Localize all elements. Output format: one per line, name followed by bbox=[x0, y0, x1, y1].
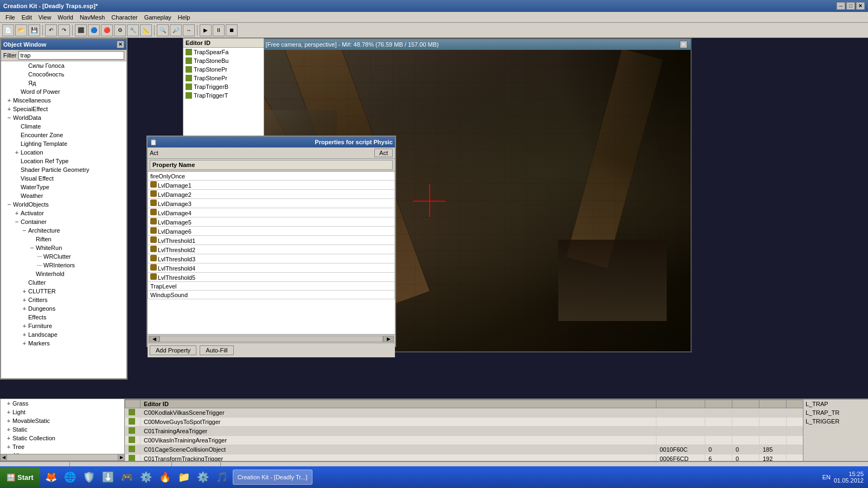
tree-item-critters[interactable]: Critters bbox=[1, 296, 126, 304]
taskbar-app-ie[interactable]: 🌐 bbox=[61, 468, 79, 486]
taskbar-app-shield[interactable]: 🛡️ bbox=[80, 468, 98, 486]
tree-item-markers[interactable]: Markers bbox=[1, 339, 126, 348]
toolbar-btn13[interactable]: ⏸ bbox=[213, 24, 225, 36]
toolbar-save[interactable]: 💾 bbox=[28, 24, 40, 36]
right-list-item-trigger[interactable]: L_TRIGGER bbox=[803, 417, 868, 426]
menu-world[interactable]: World bbox=[54, 14, 76, 21]
tree-item-wrinteriors[interactable]: — WRInteriors bbox=[1, 261, 126, 269]
object-tree[interactable]: Силы Голоса Способность Яд Word of Power… bbox=[1, 61, 126, 378]
data-table-area[interactable]: Editor ID C00KodlakVilkasSceneTrigger bbox=[125, 399, 868, 461]
taskbar-app-fire2[interactable]: 🔥 bbox=[156, 468, 174, 486]
tree-item-dungeons[interactable]: Dungeons bbox=[1, 304, 126, 313]
menu-edit[interactable]: Edit bbox=[18, 14, 35, 21]
table-row[interactable]: C01TrainingAreaTrigger bbox=[125, 427, 868, 436]
prop-row-lvlthreshold3[interactable]: LvlThreshold3 bbox=[148, 254, 395, 264]
tree-item-activator[interactable]: Activator bbox=[1, 209, 126, 217]
table-row[interactable]: C01CageSceneCollisionObject 0010F60C 0 0… bbox=[125, 445, 868, 454]
tree-item-lighting-template[interactable]: Lighting Template bbox=[1, 139, 126, 148]
taskbar[interactable]: 🪟 Start 🦊 🌐 🛡️ ⬇️ 🎮 ⚙️ 🔥 📁 ⚙️ 🎵 Creation… bbox=[0, 466, 868, 488]
editor-item-2[interactable]: TrapStoneBu bbox=[183, 56, 264, 65]
toolbar-open[interactable]: 📂 bbox=[15, 24, 27, 36]
taskbar-app-game[interactable]: 🎮 bbox=[118, 468, 136, 486]
editor-item-5[interactable]: TrapTriggerB bbox=[183, 82, 264, 91]
prop-row-lvlthreshold1[interactable]: LvlThreshold1 bbox=[148, 236, 395, 245]
object-window-close[interactable]: ✕ bbox=[117, 41, 124, 48]
tree-item-tree[interactable]: Tree bbox=[1, 442, 124, 451]
prop-row-lvldamage2[interactable]: LvlDamage2 bbox=[148, 190, 395, 199]
prop-row-lvldamage1[interactable]: LvlDamage1 bbox=[148, 181, 395, 190]
prop-row-lvldamage3[interactable]: LvlDamage3 bbox=[148, 199, 395, 208]
prop-act-btn[interactable]: Act bbox=[374, 149, 393, 157]
hscroll-track[interactable] bbox=[7, 454, 118, 460]
editor-item-1[interactable]: TrapSpearFa bbox=[183, 48, 264, 56]
start-button[interactable]: 🪟 Start bbox=[0, 467, 40, 487]
tree-item-worldobjects[interactable]: WorldObjects bbox=[1, 200, 126, 209]
tree-item-static[interactable]: Static bbox=[1, 425, 124, 434]
tree-item-effects[interactable]: Effects bbox=[1, 313, 126, 322]
toolbar-btn10[interactable]: 🔎 bbox=[170, 24, 182, 36]
toolbar-new[interactable]: 📄 bbox=[2, 24, 14, 36]
sidebar-hscrollbar[interactable]: ◀ ▶ bbox=[1, 454, 124, 460]
taskbar-app-folder[interactable]: 📁 bbox=[175, 468, 193, 486]
tree-item-light[interactable]: Light bbox=[1, 408, 124, 416]
hscroll-right[interactable]: ▶ bbox=[118, 454, 124, 460]
table-row[interactable]: C00MoveGuysToSpotTrigger bbox=[125, 418, 868, 427]
tree-item-miscellaneous[interactable]: Miscellaneous bbox=[1, 96, 126, 105]
tree-item-movablestatic[interactable]: MovableStatic bbox=[1, 416, 124, 425]
menu-help[interactable]: Help bbox=[175, 14, 194, 21]
close-btn[interactable]: ✕ bbox=[856, 2, 865, 10]
menu-file[interactable]: File bbox=[2, 14, 18, 21]
tree-item-winterhold[interactable]: Winterhold bbox=[1, 269, 126, 278]
maximize-btn[interactable]: □ bbox=[846, 2, 855, 10]
toolbar-btn14[interactable]: ⏹ bbox=[226, 24, 238, 36]
add-property-btn[interactable]: Add Property bbox=[150, 345, 196, 355]
prop-row-lvldamage6[interactable]: LvlDamage6 bbox=[148, 227, 395, 236]
taskbar-active-app[interactable]: Creation Kit - [Deadly Tr...] bbox=[233, 470, 312, 485]
toolbar-btn9[interactable]: 🔍 bbox=[157, 24, 169, 36]
taskbar-app-dl[interactable]: ⬇️ bbox=[99, 468, 117, 486]
table-row[interactable]: C00KodlakVilkasSceneTrigger bbox=[125, 408, 868, 418]
right-list-item-trap[interactable]: L_TRAP bbox=[803, 400, 868, 408]
prop-row-fireOnlyOnce[interactable]: fireOnlyOnce bbox=[148, 172, 395, 181]
hscroll-left[interactable]: ◀ bbox=[1, 454, 7, 460]
tree-item-weather[interactable]: Weather bbox=[1, 191, 126, 200]
scroll-track[interactable] bbox=[159, 336, 383, 342]
tree-item-watertype[interactable]: WaterType bbox=[1, 183, 126, 191]
prop-hscrollbar[interactable]: ◀ ▶ bbox=[148, 334, 395, 343]
tree-item-sposobnost[interactable]: Способность bbox=[1, 70, 126, 79]
editor-item-4[interactable]: TrapStonePr bbox=[183, 74, 264, 82]
scroll-left-btn[interactable]: ◀ bbox=[149, 336, 159, 342]
prop-row-windupsound[interactable]: WindupSound bbox=[148, 291, 395, 299]
tree-item-location[interactable]: Location bbox=[1, 148, 126, 157]
menu-navmesh[interactable]: NavMesh bbox=[76, 14, 108, 21]
scroll-right-btn[interactable]: ▶ bbox=[383, 336, 394, 342]
tree-item-specialeffect[interactable]: SpecialEffect bbox=[1, 105, 126, 113]
prop-row-lvlthreshold4[interactable]: LvlThreshold4 bbox=[148, 264, 395, 273]
menu-view[interactable]: View bbox=[35, 14, 55, 21]
taskbar-app-gear2[interactable]: ⚙️ bbox=[194, 468, 212, 486]
toolbar-undo[interactable]: ↶ bbox=[45, 24, 57, 36]
prop-row-lvlthreshold2[interactable]: LvlThreshold2 bbox=[148, 245, 395, 254]
tree-item-silyGolosa[interactable]: Силы Голоса bbox=[1, 61, 126, 70]
tree-item-word-of-power[interactable]: Word of Power bbox=[1, 87, 126, 96]
taskbar-app-music[interactable]: 🎵 bbox=[213, 468, 231, 486]
tree-item-architecture[interactable]: Architecture bbox=[1, 226, 126, 235]
filter-input[interactable] bbox=[18, 51, 124, 60]
tree-item-riften[interactable]: Riften bbox=[1, 235, 126, 243]
menu-character[interactable]: Character bbox=[108, 14, 141, 21]
viewport-close-btn[interactable]: ✕ bbox=[680, 41, 687, 48]
right-list-item-trap-tr[interactable]: L_TRAP_TR bbox=[803, 408, 868, 417]
prop-row-traplevel[interactable]: TrapLevel bbox=[148, 282, 395, 291]
toolbar-btn4[interactable]: 🔵 bbox=[88, 24, 100, 36]
tree-item-visual-effect[interactable]: Visual Effect bbox=[1, 174, 126, 183]
toolbar-btn5[interactable]: 🔴 bbox=[101, 24, 113, 36]
toolbar-btn11[interactable]: ↔ bbox=[183, 24, 195, 36]
tree-item-landscape[interactable]: Landscape bbox=[1, 330, 126, 339]
tree-item-clutter-upper[interactable]: CLUTTER bbox=[1, 287, 126, 296]
tree-item-wrclutter[interactable]: — WRClutter bbox=[1, 252, 126, 261]
editor-item-3[interactable]: TrapStonePr bbox=[183, 65, 264, 74]
prop-row-lvlthreshold5[interactable]: LvlThreshold5 bbox=[148, 273, 395, 282]
toolbar-btn3[interactable]: ⬛ bbox=[75, 24, 87, 36]
toolbar-btn12[interactable]: ▶ bbox=[200, 24, 212, 36]
tree-item-shader-particle[interactable]: Shader Particle Geometry bbox=[1, 165, 126, 174]
